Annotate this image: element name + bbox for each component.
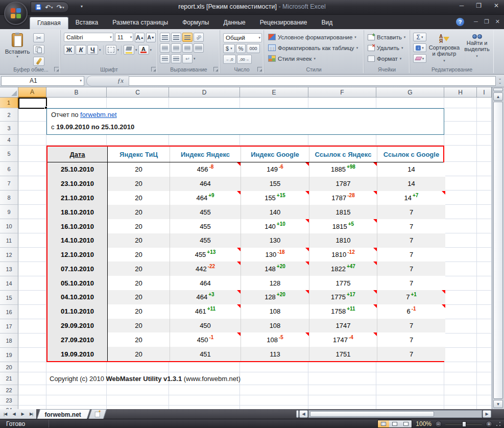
- value-cell[interactable]: 1747: [309, 319, 377, 333]
- merge-center-button[interactable]: [194, 43, 204, 53]
- value-cell[interactable]: 20: [108, 347, 170, 361]
- value-cell[interactable]: 148+20: [241, 261, 309, 276]
- zoom-slider-thumb[interactable]: [462, 421, 466, 427]
- shrink-font-button[interactable]: A▼: [146, 33, 156, 42]
- date-cell[interactable]: 07.10.2010: [47, 261, 108, 276]
- value-cell[interactable]: 464: [170, 276, 241, 290]
- tab-split-handle[interactable]: [296, 410, 299, 418]
- vertical-scrollbar[interactable]: ▲ ▼: [492, 87, 504, 409]
- name-box[interactable]: A1 ▾: [1, 76, 84, 86]
- date-cell[interactable]: 19.09.2010: [47, 347, 108, 361]
- value-cell[interactable]: 20: [108, 261, 170, 276]
- value-cell[interactable]: 140: [241, 205, 309, 219]
- normal-view-button[interactable]: [378, 420, 389, 427]
- insert-function-button[interactable]: ƒx: [86, 76, 129, 86]
- row-header-21[interactable]: 21: [0, 372, 18, 385]
- value-cell[interactable]: 464+3: [170, 290, 241, 304]
- row-header-2[interactable]: 2: [0, 108, 18, 122]
- value-cell[interactable]: 20: [108, 276, 170, 290]
- value-cell[interactable]: 7: [377, 319, 445, 333]
- value-cell[interactable]: 20: [108, 205, 170, 219]
- find-select-button[interactable]: Найти и выделить▾: [461, 34, 493, 59]
- sort-filter-button[interactable]: АЯ Сортировка и фильтр▾: [428, 34, 460, 64]
- conditional-formatting-button[interactable]: Условное форматирование▾: [268, 32, 362, 42]
- active-cell-a1[interactable]: [18, 98, 47, 109]
- insert-worksheet-tab[interactable]: [88, 409, 107, 419]
- workbook-close-button[interactable]: ✕: [495, 18, 500, 25]
- row-header-8[interactable]: 8: [0, 191, 18, 205]
- zoom-slider[interactable]: [445, 423, 482, 425]
- close-button[interactable]: ✕: [494, 2, 499, 9]
- column-header-A[interactable]: A: [18, 87, 46, 98]
- number-format-combo[interactable]: Общий▾: [223, 33, 262, 42]
- date-cell[interactable]: 12.10.2010: [47, 248, 108, 262]
- align-left-button[interactable]: [160, 43, 170, 53]
- row-header-12[interactable]: 12: [0, 248, 18, 262]
- value-cell[interactable]: 130: [241, 233, 309, 248]
- next-sheet-button[interactable]: ▶: [18, 412, 27, 416]
- chevron-down-icon[interactable]: ▾: [194, 57, 196, 61]
- row-header-1[interactable]: 1: [0, 98, 18, 108]
- chevron-down-icon[interactable]: ▾: [135, 48, 137, 52]
- value-cell[interactable]: 1822+47: [309, 261, 377, 276]
- scroll-down-button[interactable]: ▼: [493, 400, 503, 408]
- value-cell[interactable]: 464+9: [170, 191, 241, 205]
- value-cell[interactable]: 450-1: [170, 332, 241, 347]
- value-cell[interactable]: 455: [170, 205, 241, 219]
- expand-formula-bar-icon[interactable]: ⌄⌄: [496, 77, 504, 85]
- table-header-cell[interactable]: Индекс Google: [241, 147, 309, 162]
- currency-button[interactable]: $ ▾: [223, 44, 235, 53]
- tab-Вставка[interactable]: Вставка: [68, 17, 106, 29]
- tab-Вид[interactable]: Вид: [314, 17, 340, 29]
- table-header-cell[interactable]: Ссылок с Google: [377, 147, 445, 162]
- fill-button[interactable]: ↓▾: [413, 43, 426, 52]
- report-link[interactable]: forwebm.net: [80, 111, 117, 118]
- row-header-5[interactable]: 5: [0, 146, 18, 162]
- grow-font-button[interactable]: A▲: [135, 33, 145, 42]
- workbook-minimize-button[interactable]: ─: [474, 18, 478, 25]
- date-cell[interactable]: 23.10.2010: [47, 177, 108, 191]
- row-header-7[interactable]: 7: [0, 176, 18, 191]
- value-cell[interactable]: 128: [241, 276, 309, 290]
- value-cell[interactable]: 451: [170, 347, 241, 361]
- date-cell[interactable]: 16.10.2010: [47, 219, 108, 233]
- value-cell[interactable]: 7: [377, 233, 445, 248]
- value-cell[interactable]: 20: [108, 233, 170, 248]
- horizontal-scrollbar[interactable]: ◀ ▶: [296, 410, 491, 418]
- value-cell[interactable]: 20: [108, 191, 170, 205]
- page-break-view-button[interactable]: [400, 420, 412, 427]
- fill-color-button[interactable]: [124, 45, 134, 55]
- align-center-button[interactable]: [171, 43, 181, 53]
- column-header-F[interactable]: F: [308, 87, 376, 98]
- date-cell[interactable]: 05.10.2010: [47, 276, 108, 290]
- dialog-launcher-icon[interactable]: [54, 67, 59, 72]
- help-icon[interactable]: ?: [456, 18, 464, 26]
- underline-button[interactable]: Ч: [87, 45, 98, 55]
- value-cell[interactable]: 20: [108, 177, 170, 191]
- value-cell[interactable]: 7: [377, 347, 445, 361]
- row-header-13[interactable]: 13: [0, 262, 18, 276]
- font-size-combo[interactable]: 11▾: [115, 33, 133, 42]
- value-cell[interactable]: 14+7: [377, 191, 445, 205]
- row-header-23[interactable]: 23: [0, 395, 18, 406]
- date-cell[interactable]: 27.09.2010: [47, 332, 108, 347]
- row-header-6[interactable]: 6: [0, 162, 18, 176]
- scroll-up-button[interactable]: ▲: [493, 92, 503, 101]
- column-header-B[interactable]: B: [46, 87, 107, 98]
- minimize-button[interactable]: ─: [460, 2, 464, 9]
- value-cell[interactable]: 461+11: [170, 304, 241, 319]
- row-header-19[interactable]: 19: [0, 348, 18, 362]
- row-header-14[interactable]: 14: [0, 276, 18, 291]
- value-cell[interactable]: 20: [108, 219, 170, 233]
- wrap-text-button[interactable]: ↩: [182, 54, 193, 63]
- split-handle[interactable]: [493, 88, 503, 91]
- cut-button[interactable]: ✂: [33, 33, 44, 42]
- value-cell[interactable]: 1815: [309, 205, 377, 219]
- value-cell[interactable]: 155: [241, 177, 309, 191]
- tab-Формулы[interactable]: Формулы: [175, 17, 216, 29]
- insert-cells-button[interactable]: Вставить▾: [368, 32, 408, 42]
- row-header-16[interactable]: 16: [0, 305, 18, 319]
- align-middle-button[interactable]: [171, 33, 181, 42]
- table-header-cell[interactable]: Индекс Яндекс: [170, 147, 241, 162]
- workbook-restore-button[interactable]: ❐: [484, 18, 489, 25]
